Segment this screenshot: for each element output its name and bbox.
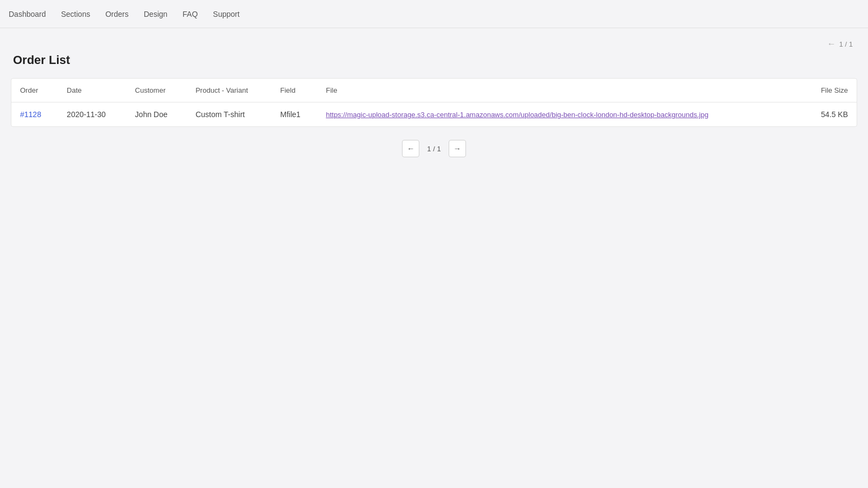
bottom-pagination: ← 1 / 1 →: [11, 127, 857, 170]
table-header: OrderDateCustomerProduct - VariantFieldF…: [11, 79, 857, 102]
top-pagination: ← 1 / 1: [11, 39, 857, 53]
order-customer: John Doe: [126, 102, 187, 127]
col-header-field: Field: [272, 79, 317, 102]
nav-item-faq[interactable]: FAQ: [183, 10, 198, 18]
table-row: #11282020-11-30John DoeCustom T-shirtMfi…: [11, 102, 857, 127]
col-header-product_variant: Product - Variant: [187, 79, 271, 102]
nav-item-orders[interactable]: Orders: [105, 10, 129, 18]
nav-item-support[interactable]: Support: [213, 10, 240, 18]
top-prev-arrow: ←: [827, 39, 836, 49]
order-product-variant: Custom T-shirt: [187, 102, 271, 127]
order-number-link[interactable]: #1128: [20, 110, 41, 119]
nav-item-design[interactable]: Design: [144, 10, 168, 18]
nav-item-dashboard[interactable]: Dashboard: [9, 10, 46, 18]
bottom-pagination-text: 1 / 1: [424, 145, 444, 153]
col-header-order: Order: [11, 79, 58, 102]
table-header-row: OrderDateCustomerProduct - VariantFieldF…: [11, 79, 857, 102]
col-header-customer: Customer: [126, 79, 187, 102]
col-header-file: File: [317, 79, 803, 102]
col-header-date: Date: [58, 79, 126, 102]
main-nav: DashboardSectionsOrdersDesignFAQSupport: [0, 0, 868, 28]
prev-page-button[interactable]: ←: [402, 140, 419, 157]
table-body: #11282020-11-30John DoeCustom T-shirtMfi…: [11, 102, 857, 127]
order-file-link[interactable]: https://magic-upload-storage.s3.ca-centr…: [326, 111, 709, 119]
order-file-size: 54.5 KB: [803, 102, 857, 127]
col-header-file_size: File Size: [803, 79, 857, 102]
order-table-container: OrderDateCustomerProduct - VariantFieldF…: [11, 78, 857, 127]
main-content: ← 1 / 1 Order List OrderDateCustomerProd…: [0, 28, 868, 181]
order-field: Mfile1: [272, 102, 317, 127]
page-title: Order List: [11, 53, 857, 67]
order-table: OrderDateCustomerProduct - VariantFieldF…: [11, 79, 857, 126]
top-pagination-text: 1 / 1: [839, 40, 853, 48]
order-date: 2020-11-30: [58, 102, 126, 127]
nav-item-sections[interactable]: Sections: [61, 10, 91, 18]
next-page-button[interactable]: →: [449, 140, 466, 157]
